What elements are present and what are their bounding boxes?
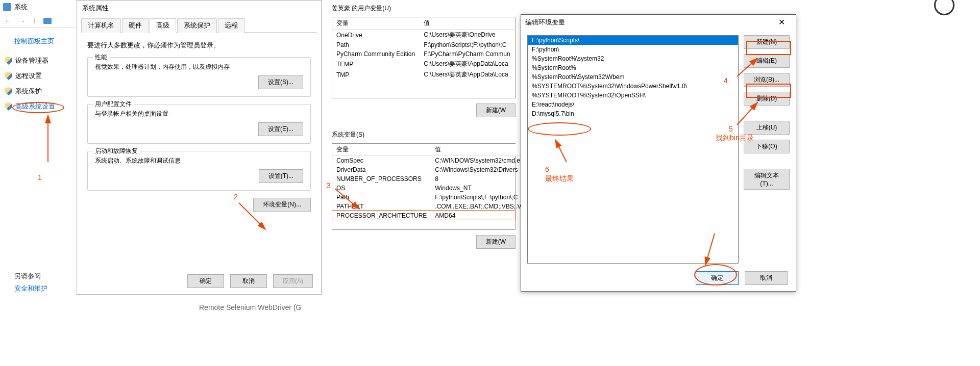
cp-title: 系统 — [14, 3, 28, 12]
path-list[interactable]: F:\python\Scripts\ F:\python\ %SystemRoo… — [527, 35, 739, 264]
cp-home-link[interactable]: 控制面板主页 — [14, 37, 77, 46]
sys-vars-title: 系统变量(S) — [327, 126, 521, 143]
system-protection-link[interactable]: 系统保护 — [5, 84, 77, 99]
sp-title: 系统属性 — [77, 1, 321, 16]
tab-advanced[interactable]: 高级 — [150, 18, 176, 33]
delete-button[interactable]: 删除(D) — [744, 92, 790, 106]
col-var[interactable]: 变量 — [332, 17, 420, 30]
table-row[interactable]: PROCESSOR_ARCHITECTUREAMD64 — [332, 211, 530, 220]
table-row[interactable]: ComSpecC:\WINDOWS\system32\cmd.e — [332, 156, 530, 166]
cp-nav: ← → ↑ — [0, 14, 77, 28]
link-label: 设备管理器 — [15, 56, 48, 65]
perf-settings-button[interactable]: 设置(S)... — [258, 75, 303, 89]
table-row[interactable]: PathF:\python\Scripts\;F:\python\;C — [332, 193, 530, 202]
group-desc: 系统启动、系统故障和调试信息 — [95, 156, 303, 165]
ok-button[interactable]: 确定 — [187, 274, 224, 288]
bottom-text: Remote Selenium WebDriver (G — [199, 303, 301, 311]
link-label: 系统保护 — [15, 87, 42, 96]
edit-button[interactable]: 编辑(E) — [744, 54, 790, 68]
table-row[interactable]: OneDriveC:\Users\姜英豪\OneDrive — [332, 30, 515, 41]
device-manager-link[interactable]: 设备管理器 — [5, 53, 77, 68]
table-row[interactable]: TEMPC:\Users\姜英豪\AppData\Loca — [332, 59, 515, 69]
col-val[interactable]: 值 — [431, 144, 529, 156]
sp-note: 要进行大多数更改，你必须作为管理员登录。 — [87, 41, 311, 50]
new-button[interactable]: 新建(N) — [744, 35, 790, 49]
list-item[interactable]: %SYSTEMROOT%\System32\WindowsPowerShell\… — [528, 82, 738, 91]
see-also-label: 另请参阅 — [14, 270, 47, 282]
env-vars-button[interactable]: 环境变量(N)... — [253, 198, 311, 212]
system-icon — [3, 3, 11, 11]
list-item[interactable]: %SYSTEMROOT%\System32\OpenSSH\ — [528, 91, 738, 100]
env-vars-dialog: 姜英豪 的用户变量(U) 变量值 OneDriveC:\Users\姜英豪\On… — [327, 0, 521, 295]
forward-icon[interactable]: → — [18, 17, 26, 25]
table-row[interactable]: DriverDataC:\Windows\System32\Drivers — [332, 165, 530, 174]
list-item[interactable]: D:\mysql5.7\bin — [528, 109, 738, 118]
table-row[interactable]: PyCharm Community EditionF:\PyCharm\PyCh… — [332, 49, 515, 59]
edit-text-button[interactable]: 编辑文本(T)... — [744, 169, 790, 190]
thumb-circle-icon — [934, 0, 954, 15]
user-vars-title: 姜英豪 的用户变量(U) — [327, 0, 521, 17]
cancel-button[interactable]: 取消 — [230, 274, 267, 288]
ee-titlebar: 编辑环境变量 ✕ — [521, 15, 796, 30]
list-item[interactable]: E:\react\nodejs\ — [528, 100, 738, 109]
group-performance: 性能 视觉效果，处理器计划，内存使用，以及虚拟内存 设置(S)... — [87, 57, 311, 97]
list-item[interactable]: %SystemRoot%\System32\Wbem — [528, 72, 738, 82]
move-down-button[interactable]: 下移(O) — [744, 140, 790, 153]
close-icon[interactable]: ✕ — [771, 16, 792, 29]
ok-button[interactable]: 确定 — [696, 271, 739, 285]
cancel-button[interactable]: 取消 — [745, 271, 788, 285]
ee-title: 编辑环境变量 — [525, 18, 565, 27]
table-row[interactable]: NUMBER_OF_PROCESSORS8 — [332, 174, 530, 184]
group-title: 性能 — [93, 53, 109, 62]
system-properties-dialog: 系统属性 计算机名 硬件 高级 系统保护 远程 要进行大多数更改，你必须作为管理… — [77, 0, 322, 295]
group-user-profile: 用户配置文件 与登录帐户相关的桌面设置 设置(E)... — [87, 104, 311, 144]
cp-bottom: 另请参阅 安全和维护 — [14, 270, 47, 295]
list-item[interactable]: F:\python\Scripts\ — [528, 36, 738, 45]
up-icon[interactable]: ↑ — [33, 17, 36, 25]
shield-icon — [5, 87, 12, 95]
user-vars-table[interactable]: 变量值 OneDriveC:\Users\姜英豪\OneDrive PathF:… — [332, 17, 516, 98]
shield-icon — [5, 72, 12, 80]
cp-side-links: 设备管理器 远程设置 系统保护 高级系统设置 — [0, 53, 77, 114]
tab-hardware[interactable]: 硬件 — [122, 18, 149, 33]
group-desc: 视觉效果，处理器计划，内存使用，以及虚拟内存 — [95, 63, 303, 71]
shield-icon — [5, 57, 12, 65]
tab-remote[interactable]: 远程 — [218, 18, 244, 33]
group-startup: 启动和故障恢复 系统启动、系统故障和调试信息 设置(T)... — [87, 151, 311, 191]
tab-computer-name[interactable]: 计算机名 — [81, 18, 121, 33]
table-row[interactable]: PATHEXT.COM;.EXE;.BAT;.CMD;.VBS;.VB — [332, 202, 530, 211]
shield-icon — [5, 102, 12, 111]
col-val[interactable]: 值 — [420, 17, 515, 30]
link-label: 远程设置 — [15, 71, 42, 81]
table-row[interactable]: OSWindows_NT — [332, 184, 530, 193]
list-item[interactable]: %SystemRoot% — [528, 63, 738, 72]
sys-new-button[interactable]: 新建(W — [476, 235, 516, 249]
sp-footer: 确定 取消 应用(A) — [187, 274, 313, 288]
startup-settings-button[interactable]: 设置(T)... — [259, 169, 303, 183]
list-item[interactable]: %SystemRoot%\system32 — [528, 54, 738, 63]
sp-tabs: 计算机名 硬件 高级 系统保护 远程 — [81, 18, 317, 33]
sp-body: 要进行大多数更改，你必须作为管理员登录。 性能 视觉效果，处理器计划，内存使用，… — [77, 33, 321, 220]
group-title: 用户配置文件 — [93, 100, 134, 109]
user-new-button[interactable]: 新建(W — [476, 103, 516, 117]
move-up-button[interactable]: 上移(U) — [744, 121, 790, 135]
link-label: 高级系统设置 — [15, 102, 55, 111]
profile-settings-button[interactable]: 设置(E)... — [258, 122, 303, 136]
remote-settings-link[interactable]: 远程设置 — [5, 68, 77, 84]
tab-system-protection[interactable]: 系统保护 — [177, 18, 217, 33]
group-desc: 与登录帐户相关的桌面设置 — [95, 110, 303, 118]
group-title: 启动和故障恢复 — [93, 147, 140, 155]
sys-vars-table[interactable]: 变量值 ComSpecC:\WINDOWS\system32\cmd.e Dri… — [332, 143, 516, 230]
advanced-system-settings-link[interactable]: 高级系统设置 — [5, 99, 77, 114]
apply-button[interactable]: 应用(A) — [273, 274, 313, 288]
pc-icon — [43, 18, 52, 24]
table-row[interactable]: TMPC:\Users\姜英豪\AppData\Loca — [332, 69, 515, 80]
col-var[interactable]: 变量 — [332, 144, 431, 156]
table-row[interactable]: PathF:\python\Scripts\;F:\python\;C — [332, 40, 515, 49]
back-icon[interactable]: ← — [4, 17, 11, 25]
control-panel: 系统 ← → ↑ 控制面板主页 设备管理器 远程设置 系统保护 高级系统设置 另… — [0, 0, 77, 296]
list-item[interactable]: F:\python\ — [528, 45, 738, 54]
browse-button[interactable]: 浏览(B)... — [744, 73, 790, 87]
cp-titlebar: 系统 — [0, 0, 77, 14]
security-link[interactable]: 安全和维护 — [14, 282, 47, 295]
